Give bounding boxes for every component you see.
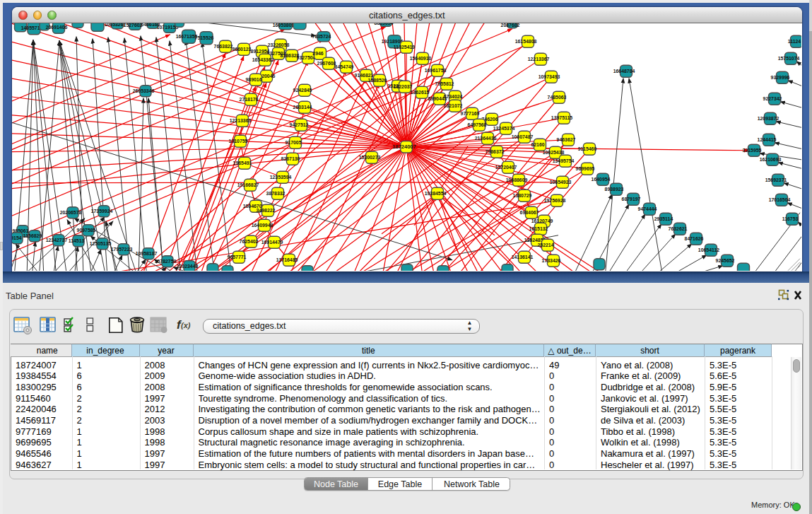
svg-text:9227342: 9227342 xyxy=(763,96,782,101)
svg-text:13975115: 13975115 xyxy=(551,115,572,120)
svg-text:2087682: 2087682 xyxy=(501,23,520,28)
svg-text:16961758: 16961758 xyxy=(425,68,447,73)
svg-text:12093872: 12093872 xyxy=(758,116,779,121)
svg-text:9427512: 9427512 xyxy=(290,122,309,127)
svg-text:9329996: 9329996 xyxy=(771,75,790,80)
svg-text:13245374: 13245374 xyxy=(493,126,515,131)
svg-text:12213367: 12213367 xyxy=(528,57,550,62)
svg-text:12353594: 12353594 xyxy=(270,175,292,180)
svg-text:9097585: 9097585 xyxy=(77,228,96,233)
svg-text:(x): (x) xyxy=(181,321,191,329)
svg-text:6984067: 6984067 xyxy=(520,210,539,215)
svg-text:17359924: 17359924 xyxy=(91,209,113,214)
svg-text:15751074: 15751074 xyxy=(778,56,800,61)
svg-text:16210693: 16210693 xyxy=(760,157,782,162)
svg-text:16409948: 16409948 xyxy=(252,223,273,228)
svg-text:1156829: 1156829 xyxy=(23,233,42,238)
svg-text:114513: 114513 xyxy=(69,238,85,243)
svg-text:8471626: 8471626 xyxy=(685,236,704,241)
svg-text:10607487: 10607487 xyxy=(512,134,534,139)
svg-text:16543362: 16543362 xyxy=(252,57,274,62)
svg-text:1965491: 1965491 xyxy=(233,160,252,165)
svg-text:1527602: 1527602 xyxy=(124,23,143,28)
svg-text:19756928: 19756928 xyxy=(544,198,566,203)
svg-text:16914479: 16914479 xyxy=(261,240,283,245)
svg-text:10654923: 10654923 xyxy=(550,180,572,185)
svg-text:6879197: 6879197 xyxy=(622,197,641,201)
svg-text:9115460: 9115460 xyxy=(578,146,597,151)
svg-text:10782759: 10782759 xyxy=(155,259,177,264)
svg-text:1380729: 1380729 xyxy=(513,193,532,198)
svg-text:8267130: 8267130 xyxy=(281,156,300,161)
svg-text:19384554: 19384554 xyxy=(425,191,447,196)
svg-text:7663822: 7663822 xyxy=(214,44,233,49)
svg-text:16154808: 16154808 xyxy=(515,39,537,44)
svg-text:2603144: 2603144 xyxy=(293,105,312,110)
svg-text:13716485: 13716485 xyxy=(276,257,298,262)
svg-text:19218906: 19218906 xyxy=(382,39,404,44)
svg-text:7955812: 7955812 xyxy=(435,81,454,86)
svg-text:9245652: 9245652 xyxy=(716,258,735,263)
svg-text:1640954: 1640954 xyxy=(592,177,611,182)
svg-text:3878332: 3878332 xyxy=(266,191,286,196)
svg-text:7485063: 7485063 xyxy=(548,95,567,100)
svg-text:7632621: 7632621 xyxy=(669,226,688,231)
svg-text:10025438: 10025438 xyxy=(543,150,565,155)
svg-text:917005: 917005 xyxy=(286,140,302,145)
svg-text:12342737: 12342737 xyxy=(46,238,68,243)
svg-text:1244415: 1244415 xyxy=(758,137,777,142)
svg-text:8938923: 8938923 xyxy=(605,187,624,192)
svg-text:252214: 252214 xyxy=(538,243,554,247)
svg-text:7986372: 7986372 xyxy=(486,149,505,154)
svg-text:17957223: 17957223 xyxy=(111,247,133,252)
svg-text:15720407: 15720407 xyxy=(495,165,517,170)
svg-text:9327504: 9327504 xyxy=(297,55,316,60)
svg-text:14136141: 14136141 xyxy=(512,255,534,259)
svg-text:12505135: 12505135 xyxy=(90,241,112,246)
svg-text:8454749: 8454749 xyxy=(335,64,354,69)
svg-text:10958187: 10958187 xyxy=(136,251,158,256)
svg-text:7835724: 7835724 xyxy=(312,34,331,39)
svg-text:989016: 989016 xyxy=(246,77,262,82)
svg-text:9242845: 9242845 xyxy=(293,88,312,93)
svg-text:2935114: 2935114 xyxy=(654,216,673,221)
svg-text:16053809: 16053809 xyxy=(273,23,295,28)
svg-text:9463627: 9463627 xyxy=(557,137,576,142)
svg-text:11124: 11124 xyxy=(788,39,801,44)
svg-text:1733426: 1733426 xyxy=(542,258,561,263)
svg-text:1362615: 1362615 xyxy=(411,90,430,95)
svg-text:9146821: 9146821 xyxy=(355,73,374,78)
svg-text:1588520: 1588520 xyxy=(368,78,387,83)
svg-text:3498222: 3498222 xyxy=(257,208,276,213)
svg-text:1621072: 1621072 xyxy=(444,103,463,108)
svg-text:62160: 62160 xyxy=(531,142,544,147)
svg-text:10654112: 10654112 xyxy=(698,247,719,252)
svg-text:1822037: 1822037 xyxy=(394,84,413,89)
svg-text:2946: 2946 xyxy=(312,51,323,56)
svg-text:18724007: 18724007 xyxy=(392,144,416,150)
svg-text:8660123: 8660123 xyxy=(233,47,252,52)
svg-text:3215955: 3215955 xyxy=(743,148,762,153)
svg-text:15300273: 15300273 xyxy=(359,155,381,160)
svg-text:39154: 39154 xyxy=(12,235,22,240)
svg-text:7625402: 7625402 xyxy=(240,239,259,244)
svg-text:23226058: 23226058 xyxy=(268,42,290,47)
svg-text:12023448: 12023448 xyxy=(177,264,199,269)
svg-text:9474444: 9474444 xyxy=(638,206,657,211)
svg-text:6497568: 6497568 xyxy=(468,122,487,127)
svg-text:13495754: 13495754 xyxy=(553,158,575,163)
svg-text:116753: 116753 xyxy=(782,216,799,221)
svg-text:9699695: 9699695 xyxy=(576,166,595,171)
svg-text:2967608: 2967608 xyxy=(317,61,336,66)
svg-text:10688609: 10688609 xyxy=(506,177,528,182)
svg-text:9777169: 9777169 xyxy=(461,111,480,116)
svg-text:15692371: 15692371 xyxy=(765,177,787,182)
svg-text:19166827: 19166827 xyxy=(237,182,259,187)
svg-text:2718170: 2718170 xyxy=(240,97,259,102)
svg-text:9657771: 9657771 xyxy=(228,255,247,259)
svg-text:11325419: 11325419 xyxy=(394,45,415,49)
svg-text:6734024: 6734024 xyxy=(444,94,463,99)
svg-text:26053346: 26053346 xyxy=(133,88,155,93)
svg-text:12213363: 12213363 xyxy=(230,118,252,123)
svg-text:7515526: 7515526 xyxy=(195,35,214,40)
